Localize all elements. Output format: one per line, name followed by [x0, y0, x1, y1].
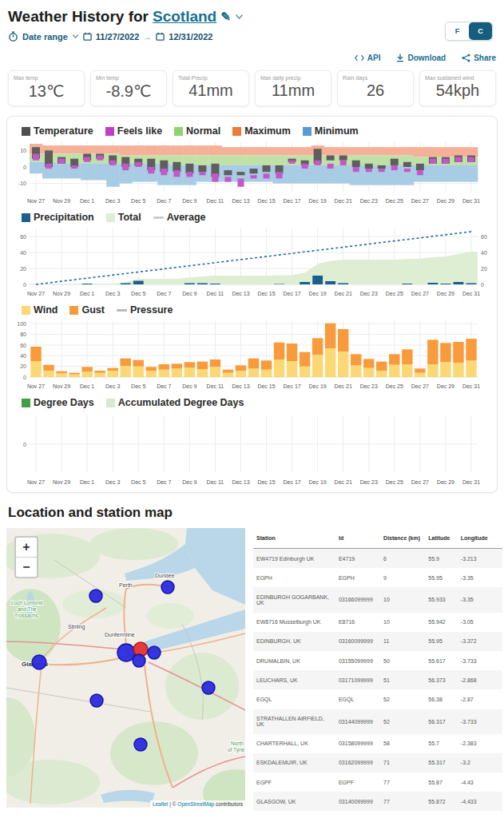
station-marker[interactable] [89, 590, 102, 602]
svg-text:0: 0 [481, 282, 484, 288]
chevron-down-icon[interactable] [235, 14, 244, 20]
table-cell: EGQL [335, 689, 380, 709]
calendar-icon [83, 32, 92, 41]
column-header[interactable]: Id [335, 528, 380, 549]
table-cell: 55.87 [425, 772, 458, 792]
legend-swatch [303, 127, 312, 136]
table-row[interactable]: LEUCHARS, UK031710999995156.373-2.868 [253, 670, 502, 689]
table-cell: 58 [380, 734, 425, 753]
legend-item: Gust [69, 304, 104, 316]
table-row[interactable]: EW8716 Musselburgh UKE87161055.942-3.05 [253, 613, 502, 632]
degree-days-chart[interactable]: 0Nov 27Nov 29Dec 1Dec 3Dec 5Dec 7Dec 9De… [9, 409, 498, 489]
api-link[interactable]: API [355, 54, 381, 62]
legend-label: Wind [34, 304, 58, 316]
table-cell: 52 [380, 689, 425, 709]
column-header[interactable]: Latitude [425, 528, 458, 549]
table-cell: -3.733 [458, 651, 502, 670]
table-cell: STRATHALLEN AIRFIELD, UK [253, 709, 335, 734]
celsius-button[interactable]: C [469, 22, 492, 40]
date-range-label[interactable]: Date range [22, 32, 68, 42]
svg-text:Dec 31: Dec 31 [462, 479, 480, 485]
station-marker[interactable] [134, 738, 147, 751]
stat-label: Min temp [96, 75, 161, 81]
fahrenheit-button[interactable]: F [446, 22, 469, 40]
table-row[interactable]: ESKDALEMUIR, UK031620999997155.317-3.2 [253, 753, 502, 772]
table-cell: 55.95 [425, 568, 458, 587]
table-row[interactable]: EDINBURGH GOGARBANK, UK031660999991055.9… [253, 587, 502, 612]
stat-card: Max daily precip11mm [255, 70, 331, 106]
station-marker[interactable] [148, 646, 161, 659]
svg-text:20: 20 [481, 266, 487, 272]
column-header[interactable]: Longitude [458, 528, 502, 549]
share-link[interactable]: Share [462, 54, 496, 62]
station-marker[interactable] [90, 694, 103, 707]
legend-swatch [106, 213, 115, 222]
map-zoom-control: + − [14, 536, 38, 578]
legend-label: Minimum [315, 125, 359, 137]
legend-label: Pressure [130, 304, 173, 316]
station-marker[interactable] [161, 581, 174, 594]
map-canvas[interactable]: DundeePerthStirlingDunfermlineGlasgowLoc… [6, 528, 245, 808]
zoom-in-button[interactable]: + [16, 538, 37, 558]
table-row[interactable]: EGQLEGQL5256.38-2.87 [253, 689, 502, 709]
table-cell: -2.383 [458, 734, 502, 753]
temperature-chart[interactable]: -10010Nov 27Nov 29Dec 1Dec 3Dec 5Dec 7De… [9, 137, 498, 208]
charts-panel: TemperatureFeels likeNormalMaximumMinimu… [6, 116, 498, 493]
legend-label: Maximum [244, 125, 291, 137]
svg-text:Nov 27: Nov 27 [27, 383, 45, 389]
legend-item: Precipitation [22, 212, 94, 223]
chevron-down-icon[interactable] [72, 34, 79, 39]
svg-text:Dec 17: Dec 17 [283, 383, 300, 389]
table-row[interactable]: EGPFEGPF7755.87-4.43 [253, 772, 502, 792]
station-marker[interactable] [32, 655, 46, 669]
pencil-icon[interactable]: ✎ [220, 10, 231, 24]
legend-swatch [106, 399, 115, 407]
svg-text:Dec 15: Dec 15 [257, 479, 275, 485]
svg-text:0: 0 [23, 165, 26, 170]
table-row[interactable]: DRUMALBIN, UK031550999995055.617-3.733 [253, 651, 502, 670]
svg-text:Dec 27: Dec 27 [411, 383, 429, 389]
table-cell: 03160099999 [335, 632, 380, 651]
legend-label: Total [118, 212, 141, 223]
table-row[interactable]: EW4719 Edinburgh UKE4719655.9-3.213 [253, 549, 502, 569]
leaflet-link[interactable]: Leaflet [153, 801, 169, 807]
osm-link[interactable]: OpenStreetMap [177, 801, 214, 807]
table-row[interactable]: STRATHALLEN AIRFIELD, UK031440999995256.… [253, 709, 502, 734]
svg-text:Dec 13: Dec 13 [232, 479, 249, 485]
station-map[interactable]: DundeePerthStirlingDunfermlineGlasgowLoc… [6, 528, 245, 808]
legend-label: Precipitation [34, 212, 94, 223]
table-cell: -4.43 [458, 772, 502, 792]
svg-text:0: 0 [23, 442, 26, 447]
table-cell: EGPF [335, 772, 380, 792]
precipitation-chart[interactable]: 02040600204060Nov 27Nov 29Dec 1Dec 3Dec … [9, 224, 498, 300]
station-marker[interactable] [202, 681, 215, 694]
api-label: API [367, 54, 381, 62]
zoom-out-button[interactable]: − [16, 558, 37, 577]
stat-card: Total Precip41mm [173, 70, 249, 106]
svg-text:Dec 23: Dec 23 [360, 198, 378, 204]
table-row[interactable]: EDINBURGH, UK031600999991155.95-3.372 [253, 632, 502, 651]
start-date[interactable]: 11/27/2022 [96, 32, 139, 42]
legend-item: Average [153, 212, 206, 223]
table-cell: 03140099999 [335, 792, 380, 811]
legend-label: Feels like [117, 125, 162, 137]
station-marker[interactable] [133, 654, 145, 667]
svg-text:60: 60 [20, 234, 26, 240]
location-link[interactable]: Scotland [153, 8, 216, 26]
attribution-separator: | © [168, 801, 177, 807]
column-header[interactable]: Distance (km) [380, 528, 425, 549]
legend-label: Normal [186, 125, 220, 137]
table-cell: EW8716 Musselburgh UK [253, 613, 335, 632]
legend-item: Wind [22, 304, 58, 316]
table-cell: 50 [380, 651, 425, 670]
end-date[interactable]: 12/31/2022 [169, 32, 212, 42]
table-row[interactable]: EGPHEGPH955.95-3.35 [253, 568, 502, 587]
svg-text:Dec 9: Dec 9 [182, 479, 196, 485]
table-row[interactable]: CHARTERHALL, UK031580999995855.7-2.383 [253, 734, 502, 753]
table-row[interactable]: GLASGOW, UK031400999997755.872-4.433 [253, 792, 502, 811]
wind-chart[interactable]: 020406080100Nov 27Nov 29Dec 1Dec 3Dec 5D… [9, 316, 498, 393]
column-header[interactable]: Station [253, 528, 335, 549]
table-cell: 03171099999 [335, 670, 380, 689]
download-link[interactable]: Download [396, 54, 446, 62]
legend-swatch [69, 306, 78, 315]
